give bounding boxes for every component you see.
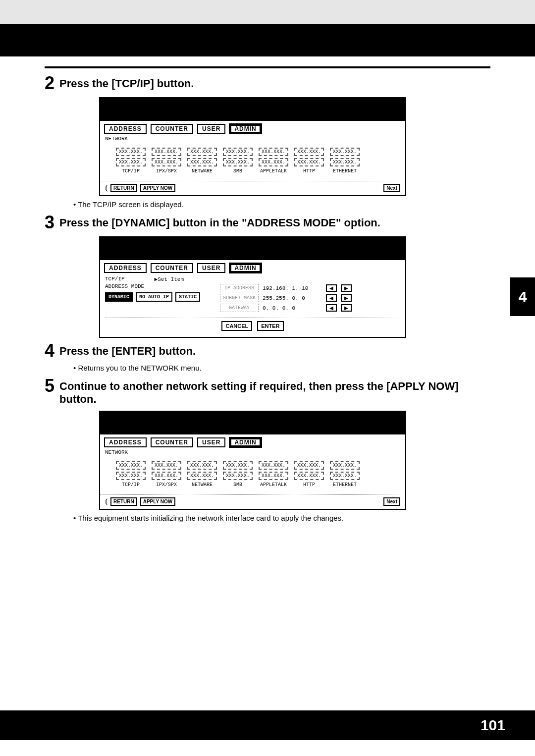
- static-button[interactable]: STATIC: [175, 292, 200, 302]
- next-button[interactable]: Next: [383, 497, 400, 506]
- tab-admin[interactable]: ADMIN: [229, 263, 261, 273]
- step-number: 2: [45, 74, 54, 92]
- net-smb[interactable]: XXX.XXX.XXX.XXX.SMB: [223, 148, 253, 174]
- network-options-row: XXX.XXX.XXX.XXX.TCP/IP XXX.XXX.XXX.XXX.I…: [100, 457, 405, 490]
- gateway-value: 0. 0. 0. 0: [263, 305, 322, 311]
- subnet-mask-value: 255.255. 0. 0: [263, 295, 322, 301]
- tab-counter[interactable]: COUNTER: [151, 263, 193, 273]
- return-arrow-icon: ⦅: [105, 183, 107, 192]
- right-arrow-button[interactable]: ▶: [341, 284, 352, 292]
- subnet-mask-label: SUBNET MASK: [220, 294, 259, 302]
- net-ipxspx[interactable]: XXX.XXX.XXX.XXX.IPX/SPX: [152, 148, 181, 174]
- screen-breadcrumb: NETWORK: [100, 135, 405, 144]
- net-appletalk[interactable]: XXX.XXX.XXX.XXX.APPLETALK: [259, 461, 288, 487]
- ip-address-value: 192.168. 1. 10: [263, 285, 322, 291]
- step-3: 3 Press the [DYNAMIC] button in the "ADD…: [45, 214, 490, 231]
- right-arrow-button[interactable]: ▶: [341, 294, 352, 302]
- left-arrow-button[interactable]: ◀: [326, 294, 337, 302]
- cancel-button[interactable]: CANCEL: [221, 321, 252, 331]
- header-black-band: [0, 24, 535, 56]
- net-ipxspx[interactable]: XXX.XXX.XXX.XXX.IPX/SPX: [152, 461, 181, 487]
- net-netware[interactable]: XXX.XXX.XXX.XXX.NETWARE: [187, 148, 217, 174]
- left-arrow-button[interactable]: ◀: [326, 304, 337, 312]
- step-5-bullet: This equipment starts initializing the n…: [73, 514, 490, 522]
- net-tcpip[interactable]: XXX.XXX.XXX.XXX.TCP/IP: [116, 461, 146, 487]
- top-gray-band: [0, 0, 535, 24]
- screen-breadcrumb: NETWORK: [100, 448, 405, 457]
- step-2-bullet: The TCP/IP screen is displayed.: [73, 200, 490, 209]
- tab-user[interactable]: USER: [197, 124, 225, 134]
- page-footer: 101: [0, 710, 535, 740]
- step-number: 3: [45, 214, 54, 231]
- tab-counter[interactable]: COUNTER: [151, 124, 193, 134]
- net-http[interactable]: XXX.XXX.XXX.XXX.HTTP: [294, 461, 324, 487]
- net-ethernet[interactable]: XXX.XXX.XXX.XXX.ETHERNET: [330, 461, 360, 487]
- tab-address[interactable]: ADDRESS: [104, 263, 147, 273]
- step-title: Continue to another network setting if r…: [59, 377, 490, 406]
- no-auto-ip-button[interactable]: NO AUTO IP: [136, 292, 172, 302]
- page-content: 2 Press the [TCP/IP] button. ADDRESS COU…: [0, 66, 535, 522]
- right-arrow-button[interactable]: ▶: [341, 304, 352, 312]
- screen-tabs: ADDRESS COUNTER USER ADMIN: [100, 260, 405, 274]
- net-smb[interactable]: XXX.XXX.XXX.XXX.SMB: [223, 461, 253, 487]
- tcpip-breadcrumb-row: TCP/IP ▶Set Item: [105, 276, 400, 282]
- screen-title-bar: [100, 98, 405, 121]
- chapter-side-tab: 4: [510, 277, 535, 316]
- screenshot-network-1: ADDRESS COUNTER USER ADMIN NETWORK XXX.X…: [99, 97, 490, 196]
- tab-counter[interactable]: COUNTER: [151, 437, 193, 447]
- gateway-label: GATEWAY: [220, 304, 259, 312]
- network-options-row: XXX.XXX.XXX.XXX.TCP/IP XXX.XXX.XXX.XXX.I…: [100, 144, 405, 177]
- ip-address-label: IP ADDRESS: [220, 284, 259, 292]
- net-http[interactable]: XXX.XXX.XXX.XXX.HTTP: [294, 148, 324, 174]
- screen-tabs: ADDRESS COUNTER USER ADMIN: [100, 121, 405, 135]
- screenshot-network-2: ADDRESS COUNTER USER ADMIN NETWORK XXX.X…: [99, 411, 490, 510]
- screenshot-tcpip: ADDRESS COUNTER USER ADMIN TCP/IP ▶Set I…: [99, 236, 490, 338]
- screen-bottom-row: ⦅ RETURN APPLY NOW Next: [100, 494, 405, 509]
- tab-user[interactable]: USER: [197, 263, 225, 273]
- return-button[interactable]: RETURN: [110, 497, 137, 506]
- tab-user[interactable]: USER: [197, 437, 225, 447]
- step-title: Press the [TCP/IP] button.: [59, 74, 194, 90]
- address-mode-section: ADDRESS MODE DYNAMIC NO AUTO IP STATIC: [105, 282, 200, 302]
- top-rule: [45, 66, 490, 68]
- step-4-bullet: Returns you to the NETWORK menu.: [73, 364, 490, 372]
- tab-admin[interactable]: ADMIN: [229, 124, 261, 134]
- apply-now-button[interactable]: APPLY NOW: [140, 184, 175, 192]
- step-number: 4: [45, 342, 54, 360]
- step-title: Press the [ENTER] button.: [59, 342, 196, 358]
- net-netware[interactable]: XXX.XXX.XXX.XXX.NETWARE: [187, 461, 217, 487]
- screen-title-bar: [100, 237, 405, 260]
- page-number: 101: [481, 717, 505, 734]
- step-5: 5 Continue to another network setting if…: [45, 377, 490, 406]
- return-arrow-icon: ⦅: [105, 497, 107, 506]
- step-number: 5: [45, 377, 54, 395]
- step-4: 4 Press the [ENTER] button.: [45, 342, 490, 360]
- screen-title-bar: [100, 412, 405, 434]
- screen-tabs: ADDRESS COUNTER USER ADMIN: [100, 434, 405, 448]
- step-2: 2 Press the [TCP/IP] button.: [45, 74, 490, 92]
- next-button[interactable]: Next: [383, 184, 400, 192]
- dynamic-button[interactable]: DYNAMIC: [105, 292, 133, 302]
- net-tcpip[interactable]: XXX.XXX.XXX.XXX.TCP/IP: [116, 148, 146, 174]
- ip-fields: IP ADDRESS 192.168. 1. 10 ◀ ▶ SUBNET MAS…: [220, 282, 352, 314]
- tab-address[interactable]: ADDRESS: [104, 437, 147, 447]
- left-arrow-button[interactable]: ◀: [326, 284, 337, 292]
- apply-now-button[interactable]: APPLY NOW: [140, 497, 175, 506]
- tab-address[interactable]: ADDRESS: [104, 124, 147, 134]
- net-ethernet[interactable]: XXX.XXX.XXX.XXX.ETHERNET: [330, 148, 360, 174]
- tab-admin[interactable]: ADMIN: [229, 437, 261, 447]
- step-title: Press the [DYNAMIC] button in the "ADDRE…: [59, 214, 380, 229]
- net-appletalk[interactable]: XXX.XXX.XXX.XXX.APPLETALK: [259, 148, 288, 174]
- return-button[interactable]: RETURN: [110, 184, 137, 192]
- screen-bottom-row: ⦅ RETURN APPLY NOW Next: [100, 181, 405, 195]
- enter-button[interactable]: ENTER: [257, 321, 283, 331]
